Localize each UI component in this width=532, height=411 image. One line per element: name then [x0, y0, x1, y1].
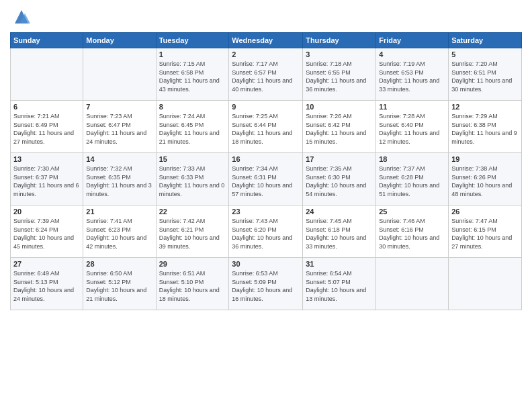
day-number: 13: [13, 155, 80, 163]
calendar-table: SundayMondayTuesdayWednesdayThursdayFrid…: [10, 32, 522, 310]
day-info: Sunrise: 7:17 AM Sunset: 6:57 PM Dayligh…: [232, 60, 300, 93]
day-cell: 26Sunrise: 7:47 AM Sunset: 6:15 PM Dayli…: [449, 205, 522, 258]
day-cell: 15Sunrise: 7:33 AM Sunset: 6:33 PM Dayli…: [156, 153, 229, 205]
day-info: Sunrise: 7:29 AM Sunset: 6:38 PM Dayligh…: [451, 112, 519, 146]
week-row-3: 13Sunrise: 7:30 AM Sunset: 6:37 PM Dayli…: [11, 153, 522, 205]
day-number: 9: [232, 103, 300, 111]
day-number: 18: [379, 155, 445, 163]
day-info: Sunrise: 7:35 AM Sunset: 6:30 PM Dayligh…: [306, 165, 373, 198]
day-cell: 16Sunrise: 7:34 AM Sunset: 6:31 PM Dayli…: [229, 153, 303, 205]
day-number: 5: [451, 50, 519, 58]
day-number: 6: [13, 103, 80, 111]
day-info: Sunrise: 6:54 AM Sunset: 5:07 PM Dayligh…: [306, 269, 373, 303]
day-info: Sunrise: 7:18 AM Sunset: 6:55 PM Dayligh…: [306, 60, 373, 93]
day-cell: 30Sunrise: 6:53 AM Sunset: 5:09 PM Dayli…: [229, 258, 303, 310]
day-number: 31: [306, 260, 373, 268]
day-info: Sunrise: 7:46 AM Sunset: 6:16 PM Dayligh…: [379, 217, 445, 250]
day-cell: 20Sunrise: 7:39 AM Sunset: 6:24 PM Dayli…: [11, 205, 83, 258]
day-cell: 23Sunrise: 7:43 AM Sunset: 6:20 PM Dayli…: [229, 205, 303, 258]
day-number: 3: [306, 50, 373, 58]
day-number: 15: [159, 155, 226, 163]
day-info: Sunrise: 7:23 AM Sunset: 6:47 PM Dayligh…: [86, 112, 152, 146]
day-cell: [11, 48, 83, 101]
day-info: Sunrise: 7:30 AM Sunset: 6:37 PM Dayligh…: [13, 165, 80, 198]
day-cell: 2Sunrise: 7:17 AM Sunset: 6:57 PM Daylig…: [229, 48, 303, 101]
day-number: 28: [86, 260, 152, 268]
day-info: Sunrise: 7:34 AM Sunset: 6:31 PM Dayligh…: [232, 165, 300, 198]
weekday-header-row: SundayMondayTuesdayWednesdayThursdayFrid…: [11, 33, 522, 48]
day-cell: 4Sunrise: 7:19 AM Sunset: 6:53 PM Daylig…: [376, 48, 449, 101]
day-number: 25: [379, 208, 445, 216]
day-number: 10: [306, 103, 373, 111]
week-row-5: 27Sunrise: 6:49 AM Sunset: 5:13 PM Dayli…: [11, 258, 522, 310]
logo-icon: [11, 7, 32, 27]
day-cell: 29Sunrise: 6:51 AM Sunset: 5:10 PM Dayli…: [156, 258, 229, 310]
day-info: Sunrise: 6:50 AM Sunset: 5:12 PM Dayligh…: [86, 269, 152, 303]
day-cell: 19Sunrise: 7:38 AM Sunset: 6:26 PM Dayli…: [449, 153, 522, 205]
day-cell: 11Sunrise: 7:28 AM Sunset: 6:40 PM Dayli…: [376, 101, 449, 153]
day-number: 2: [232, 50, 300, 58]
day-cell: 10Sunrise: 7:26 AM Sunset: 6:42 PM Dayli…: [303, 101, 376, 153]
day-number: 21: [86, 208, 152, 216]
day-number: 29: [159, 260, 226, 268]
day-cell: 17Sunrise: 7:35 AM Sunset: 6:30 PM Dayli…: [303, 153, 376, 205]
weekday-tuesday: Tuesday: [156, 33, 229, 48]
weekday-monday: Monday: [83, 33, 156, 48]
day-cell: 6Sunrise: 7:21 AM Sunset: 6:49 PM Daylig…: [11, 101, 83, 153]
day-info: Sunrise: 7:41 AM Sunset: 6:23 PM Dayligh…: [86, 217, 152, 250]
day-cell: 12Sunrise: 7:29 AM Sunset: 6:38 PM Dayli…: [449, 101, 522, 153]
day-number: 26: [451, 208, 519, 216]
day-number: 20: [13, 208, 80, 216]
weekday-sunday: Sunday: [11, 33, 83, 48]
week-row-1: 1Sunrise: 7:15 AM Sunset: 6:58 PM Daylig…: [11, 48, 522, 101]
day-info: Sunrise: 7:39 AM Sunset: 6:24 PM Dayligh…: [13, 217, 80, 250]
day-number: 12: [451, 103, 519, 111]
day-cell: 8Sunrise: 7:24 AM Sunset: 6:45 PM Daylig…: [156, 101, 229, 153]
day-cell: 14Sunrise: 7:32 AM Sunset: 6:35 PM Dayli…: [83, 153, 156, 205]
day-info: Sunrise: 7:28 AM Sunset: 6:40 PM Dayligh…: [379, 112, 445, 146]
week-row-2: 6Sunrise: 7:21 AM Sunset: 6:49 PM Daylig…: [11, 101, 522, 153]
day-number: 23: [232, 208, 300, 216]
day-cell: 21Sunrise: 7:41 AM Sunset: 6:23 PM Dayli…: [83, 205, 156, 258]
day-number: 14: [86, 155, 152, 163]
day-info: Sunrise: 7:37 AM Sunset: 6:28 PM Dayligh…: [379, 165, 445, 198]
day-info: Sunrise: 6:49 AM Sunset: 5:13 PM Dayligh…: [13, 269, 80, 303]
day-cell: 9Sunrise: 7:25 AM Sunset: 6:44 PM Daylig…: [229, 101, 303, 153]
day-info: Sunrise: 6:51 AM Sunset: 5:10 PM Dayligh…: [159, 269, 226, 303]
day-number: 8: [159, 103, 226, 111]
day-info: Sunrise: 7:24 AM Sunset: 6:45 PM Dayligh…: [159, 112, 226, 146]
day-info: Sunrise: 7:38 AM Sunset: 6:26 PM Dayligh…: [451, 165, 519, 198]
day-cell: 3Sunrise: 7:18 AM Sunset: 6:55 PM Daylig…: [303, 48, 376, 101]
day-cell: 28Sunrise: 6:50 AM Sunset: 5:12 PM Dayli…: [83, 258, 156, 310]
day-number: 24: [306, 208, 373, 216]
day-info: Sunrise: 7:20 AM Sunset: 6:51 PM Dayligh…: [451, 60, 519, 93]
weekday-wednesday: Wednesday: [229, 33, 303, 48]
day-info: Sunrise: 7:19 AM Sunset: 6:53 PM Dayligh…: [379, 60, 445, 93]
week-row-4: 20Sunrise: 7:39 AM Sunset: 6:24 PM Dayli…: [11, 205, 522, 258]
weekday-saturday: Saturday: [449, 33, 522, 48]
page: SundayMondayTuesdayWednesdayThursdayFrid…: [0, 0, 532, 411]
day-info: Sunrise: 7:42 AM Sunset: 6:21 PM Dayligh…: [159, 217, 226, 250]
day-number: 19: [451, 155, 519, 163]
day-info: Sunrise: 7:45 AM Sunset: 6:18 PM Dayligh…: [306, 217, 373, 250]
day-cell: 7Sunrise: 7:23 AM Sunset: 6:47 PM Daylig…: [83, 101, 156, 153]
day-number: 4: [379, 50, 445, 58]
weekday-thursday: Thursday: [303, 33, 376, 48]
day-cell: 22Sunrise: 7:42 AM Sunset: 6:21 PM Dayli…: [156, 205, 229, 258]
day-cell: 25Sunrise: 7:46 AM Sunset: 6:16 PM Dayli…: [376, 205, 449, 258]
day-number: 11: [379, 103, 445, 111]
day-number: 16: [232, 155, 300, 163]
day-number: 7: [86, 103, 152, 111]
day-number: 27: [13, 260, 80, 268]
day-cell: [83, 48, 156, 101]
day-cell: [376, 258, 449, 310]
day-info: Sunrise: 7:47 AM Sunset: 6:15 PM Dayligh…: [451, 217, 519, 250]
day-number: 22: [159, 208, 226, 216]
day-cell: 24Sunrise: 7:45 AM Sunset: 6:18 PM Dayli…: [303, 205, 376, 258]
day-number: 30: [232, 260, 300, 268]
day-cell: 13Sunrise: 7:30 AM Sunset: 6:37 PM Dayli…: [11, 153, 83, 205]
logo: [10, 7, 32, 27]
day-cell: [449, 258, 522, 310]
day-info: Sunrise: 7:25 AM Sunset: 6:44 PM Dayligh…: [232, 112, 300, 146]
day-info: Sunrise: 7:32 AM Sunset: 6:35 PM Dayligh…: [86, 165, 152, 198]
